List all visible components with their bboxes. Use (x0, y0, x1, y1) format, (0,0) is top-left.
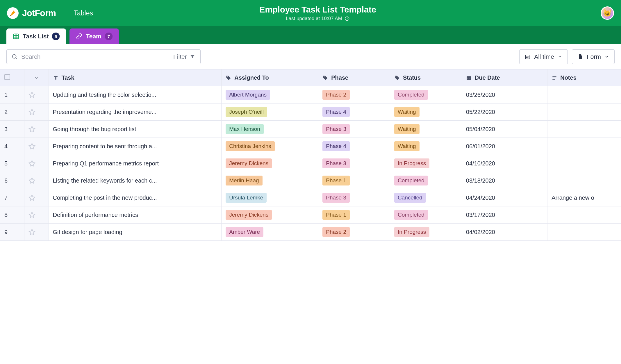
phase-tag[interactable]: Phase 3 (322, 193, 350, 203)
row-star[interactable] (24, 189, 49, 206)
filter-button[interactable]: Filter (168, 50, 200, 64)
th-due[interactable]: Due Date (462, 69, 547, 86)
cell-phase[interactable]: Phase 3 (318, 155, 390, 172)
assigned-tag[interactable]: Max Henson (226, 124, 264, 134)
row-star[interactable] (24, 206, 49, 224)
assigned-tag[interactable]: Christina Jenkins (226, 141, 275, 151)
cell-due[interactable]: 04/02/2020 (462, 224, 547, 241)
cell-notes[interactable] (547, 121, 621, 138)
phase-tag[interactable]: Phase 1 (322, 210, 350, 220)
cell-assigned[interactable]: Max Henson (222, 121, 318, 138)
cell-assigned[interactable]: Jeremy Dickens (222, 206, 318, 224)
table-row[interactable]: 6Listing the related keywords for each c… (0, 172, 621, 189)
status-tag[interactable]: Completed (394, 90, 428, 100)
row-star[interactable] (24, 104, 49, 121)
cell-status[interactable]: Waiting (390, 138, 462, 155)
avatar[interactable]: 😺 (601, 6, 614, 20)
star-icon[interactable] (28, 229, 44, 235)
search-input[interactable] (21, 53, 163, 60)
star-icon[interactable] (28, 108, 44, 115)
assigned-tag[interactable]: Jeremy Dickens (226, 210, 272, 220)
date-range-button[interactable]: All time (519, 49, 568, 64)
cell-task[interactable]: Going through the bug report list (49, 121, 222, 138)
assigned-tag[interactable]: Albert Morgans (226, 90, 270, 100)
tab-task-list[interactable]: Task List 9 (6, 28, 66, 44)
table-row[interactable]: 2Presentation regarding the improveme...… (0, 104, 621, 121)
page-title[interactable]: Employee Task List Template (35, 5, 601, 15)
table-row[interactable]: 9Gif design for page loadingAmber WarePh… (0, 224, 621, 241)
cell-status[interactable]: Waiting (390, 121, 462, 138)
status-tag[interactable]: In Progress (394, 158, 429, 168)
phase-tag[interactable]: Phase 2 (322, 90, 350, 100)
cell-task[interactable]: Updating and testing the color selectio.… (49, 86, 222, 104)
star-icon[interactable] (28, 211, 44, 218)
status-tag[interactable]: Completed (394, 176, 428, 185)
table-row[interactable]: 1Updating and testing the color selectio… (0, 86, 621, 104)
status-tag[interactable]: Cancelled (394, 193, 426, 203)
cell-assigned[interactable]: Jeremy Dickens (222, 155, 318, 172)
cell-due[interactable]: 04/10/2020 (462, 155, 547, 172)
cell-assigned[interactable]: Christina Jenkins (222, 138, 318, 155)
cell-notes[interactable]: Arrange a new o (547, 189, 621, 206)
cell-phase[interactable]: Phase 3 (318, 189, 390, 206)
th-task[interactable]: Task (49, 69, 222, 86)
phase-tag[interactable]: Phase 2 (322, 227, 350, 237)
tab-team[interactable]: Team 7 (69, 28, 119, 44)
star-icon[interactable] (28, 160, 44, 167)
cell-due[interactable]: 05/22/2020 (462, 104, 547, 121)
status-tag[interactable]: Waiting (394, 124, 420, 134)
cell-status[interactable]: Cancelled (390, 189, 462, 206)
assigned-tag[interactable]: Jeremy Dickens (226, 158, 272, 168)
table-row[interactable]: 7Completing the post in the new produc..… (0, 189, 621, 206)
cell-notes[interactable] (547, 172, 621, 189)
cell-phase[interactable]: Phase 3 (318, 121, 390, 138)
cell-phase[interactable]: Phase 2 (318, 86, 390, 104)
cell-assigned[interactable]: Joseph O'neill (222, 104, 318, 121)
th-assigned[interactable]: Assigned To (222, 69, 318, 86)
cell-task[interactable]: Preparing content to be sent through a..… (49, 138, 222, 155)
cell-status[interactable]: Completed (390, 86, 462, 104)
cell-due[interactable]: 03/26/2020 (462, 86, 547, 104)
cell-notes[interactable] (547, 206, 621, 224)
row-star[interactable] (24, 138, 49, 155)
cell-notes[interactable] (547, 86, 621, 104)
search-box[interactable] (7, 50, 168, 64)
table-row[interactable]: 8Definition of performance metricsJeremy… (0, 206, 621, 224)
row-star[interactable] (24, 121, 49, 138)
cell-task[interactable]: Completing the post in the new produc... (49, 189, 222, 206)
table-row[interactable]: 3Going through the bug report listMax He… (0, 121, 621, 138)
cell-status[interactable]: In Progress (390, 224, 462, 241)
cell-phase[interactable]: Phase 2 (318, 224, 390, 241)
status-tag[interactable]: Completed (394, 210, 428, 220)
cell-notes[interactable] (547, 224, 621, 241)
cell-status[interactable]: Completed (390, 172, 462, 189)
cell-due[interactable]: 05/04/2020 (462, 121, 547, 138)
phase-tag[interactable]: Phase 4 (322, 107, 350, 117)
cell-task[interactable]: Listing the related keywords for each c.… (49, 172, 222, 189)
assigned-tag[interactable]: Merlin Haag (226, 176, 262, 185)
star-icon[interactable] (28, 143, 44, 150)
cell-due[interactable]: 06/01/2020 (462, 138, 547, 155)
cell-phase[interactable]: Phase 4 (318, 138, 390, 155)
cell-assigned[interactable]: Ursula Lemke (222, 189, 318, 206)
cell-task[interactable]: Presentation regarding the improveme... (49, 104, 222, 121)
th-checkbox[interactable] (0, 69, 24, 86)
cell-due[interactable]: 03/17/2020 (462, 206, 547, 224)
status-tag[interactable]: Waiting (394, 107, 420, 117)
th-notes[interactable]: Notes (547, 69, 621, 86)
cell-task[interactable]: Preparing Q1 performance metrics report (49, 155, 222, 172)
status-tag[interactable]: Waiting (394, 141, 420, 151)
cell-due[interactable]: 03/18/2020 (462, 172, 547, 189)
cell-assigned[interactable]: Merlin Haag (222, 172, 318, 189)
table-row[interactable]: 4Preparing content to be sent through a.… (0, 138, 621, 155)
checkbox-icon[interactable] (4, 74, 10, 80)
cell-status[interactable]: Waiting (390, 104, 462, 121)
cell-notes[interactable] (547, 155, 621, 172)
phase-tag[interactable]: Phase 1 (322, 176, 350, 185)
cell-task[interactable]: Definition of performance metrics (49, 206, 222, 224)
row-star[interactable] (24, 86, 49, 104)
cell-notes[interactable] (547, 104, 621, 121)
row-star[interactable] (24, 155, 49, 172)
cell-status[interactable]: Completed (390, 206, 462, 224)
cell-assigned[interactable]: Amber Ware (222, 224, 318, 241)
